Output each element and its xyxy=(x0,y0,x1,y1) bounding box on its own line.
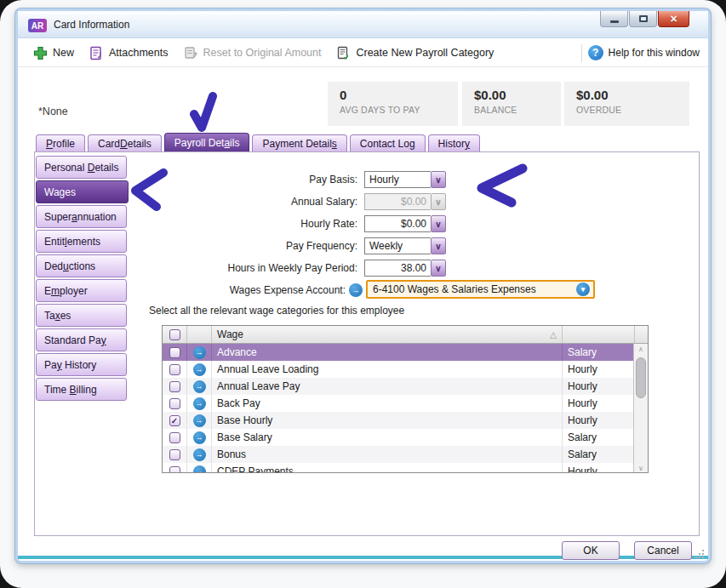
stat-label: AVG DAYS TO PAY xyxy=(340,105,458,115)
wage-type: Hourly xyxy=(563,395,635,412)
header-type-cell[interactable] xyxy=(563,326,635,343)
create-payroll-category-button[interactable]: Create New Payroll Category xyxy=(336,46,494,60)
table-row-advance[interactable]: → Advance Salary xyxy=(163,344,648,361)
wage-name[interactable]: Base Hourly xyxy=(212,412,563,429)
sidebar-item-employer-expenses[interactable]: Employer Expenses xyxy=(36,279,127,302)
wage-name[interactable]: Base Salary xyxy=(212,429,563,446)
scrollbar-thumb[interactable] xyxy=(636,357,646,398)
row-detail-arrow-icon[interactable]: → xyxy=(193,346,206,359)
table-row-annual-leave-loading[interactable]: → Annual Leave Loading Hourly xyxy=(163,361,648,378)
maximize-button[interactable] xyxy=(629,11,657,27)
tab-payment-details[interactable]: Payment Details xyxy=(252,134,346,152)
sidebar-item-entitlements[interactable]: Entitlements xyxy=(36,230,127,253)
sidebar-item-wages[interactable]: Wages xyxy=(36,180,129,203)
table-row-bonus[interactable]: → Bonus Salary xyxy=(163,446,648,463)
tab-contact-log[interactable]: Contact Log xyxy=(350,134,426,152)
chevron-down-icon[interactable]: ∨ xyxy=(431,237,446,254)
row-checkbox-checked[interactable]: ✓ xyxy=(169,415,180,426)
row-checkbox[interactable] xyxy=(169,449,180,460)
pay-basis-label: Pay Basis: xyxy=(136,171,357,188)
row-detail-arrow-icon[interactable]: → xyxy=(193,448,206,461)
account-select-chevron-icon[interactable]: ▾ xyxy=(576,283,590,296)
table-scrollbar[interactable]: ∧ ∨ xyxy=(633,344,648,473)
sidebar-item-taxes[interactable]: Taxes xyxy=(36,304,127,327)
pay-frequency-select[interactable]: Weekly ∨ xyxy=(364,237,446,254)
row-checkbox[interactable] xyxy=(169,432,180,443)
chevron-down-icon[interactable]: ∨ xyxy=(431,215,446,232)
stat-label: OVERDUE xyxy=(576,105,689,115)
tab-history[interactable]: History xyxy=(428,134,480,152)
minimize-button[interactable] xyxy=(600,11,628,27)
row-checkbox[interactable] xyxy=(169,398,180,409)
scroll-up-icon[interactable]: ∧ xyxy=(634,344,648,355)
row-checkbox[interactable] xyxy=(169,466,180,474)
wage-table-caption: Select all the relevant wage categories … xyxy=(149,305,404,317)
sidebar-item-superannuation[interactable]: Superannuation xyxy=(36,205,127,228)
header-checkbox-cell[interactable] xyxy=(163,326,187,343)
row-checkbox[interactable] xyxy=(169,347,180,358)
pay-basis-value[interactable]: Hourly xyxy=(364,171,431,188)
wage-name[interactable]: Back Pay xyxy=(212,395,563,412)
row-detail-arrow-icon[interactable]: → xyxy=(193,414,206,427)
row-checkbox[interactable] xyxy=(169,364,180,375)
table-row-cdep-payments[interactable]: → CDEP Payments Hourly xyxy=(163,463,648,473)
create-category-icon xyxy=(336,46,351,60)
wage-name[interactable]: Advance xyxy=(212,344,563,361)
close-button[interactable]: × xyxy=(658,11,689,27)
wages-expense-account-value[interactable]: 6-4100 Wages & Salaries Expenses xyxy=(373,283,576,295)
wage-name[interactable]: CDEP Payments xyxy=(212,463,563,473)
new-button[interactable]: New xyxy=(33,46,74,60)
table-row-annual-leave-pay[interactable]: → Annual Leave Pay Hourly xyxy=(163,378,648,395)
row-detail-arrow-icon[interactable]: → xyxy=(193,363,206,376)
sidebar-item-pay-history[interactable]: Pay History xyxy=(36,353,127,376)
pay-frequency-value[interactable]: Weekly xyxy=(364,237,431,254)
row-detail-arrow-icon[interactable]: → xyxy=(193,465,206,474)
hours-in-pay-period-select[interactable]: 38.00 ∨ xyxy=(364,260,446,277)
chevron-down-icon[interactable]: ∨ xyxy=(431,171,446,188)
cancel-button[interactable]: Cancel xyxy=(634,541,692,560)
row-checkbox[interactable] xyxy=(169,381,180,392)
row-detail-arrow-icon[interactable]: → xyxy=(193,380,206,393)
sidebar-item-standard-pay[interactable]: Standard Pay xyxy=(36,328,127,351)
row-detail-arrow-icon[interactable]: → xyxy=(193,397,206,410)
wage-name[interactable]: Annual Leave Pay xyxy=(212,378,563,395)
reset-original-amount-button[interactable]: Reset to Original Amount xyxy=(184,46,322,60)
scroll-down-icon[interactable]: ∨ xyxy=(634,463,648,473)
reset-icon xyxy=(184,46,198,60)
header-wage-cell[interactable]: Wage△ xyxy=(212,326,563,343)
stat-value: $0.00 xyxy=(576,88,689,102)
help-button[interactable]: ? Help for this window xyxy=(588,45,700,60)
wages-expense-account-field[interactable]: 6-4100 Wages & Salaries Expenses ▾ xyxy=(366,280,595,299)
stat-value: $0.00 xyxy=(474,88,561,102)
toolbar: New Attachments Reset to Original Amount… xyxy=(18,39,708,67)
tab-payroll-details[interactable]: Payroll Details xyxy=(164,133,250,152)
sidebar-item-deductions[interactable]: Deductions xyxy=(36,254,127,277)
wage-table-header: Wage△ xyxy=(163,326,648,344)
hourly-rate-value[interactable]: $0.00 xyxy=(364,215,431,232)
window-title: Card Information xyxy=(54,19,129,31)
wage-name[interactable]: Bonus xyxy=(212,446,563,463)
table-row-base-salary[interactable]: → Base Salary Salary xyxy=(163,429,648,446)
wage-type: Hourly xyxy=(563,463,635,473)
select-all-checkbox[interactable] xyxy=(169,329,180,340)
chevron-down-icon[interactable]: ∨ xyxy=(431,260,446,277)
attachments-button[interactable]: Attachments xyxy=(89,46,168,60)
tab-card-details[interactable]: Card Details xyxy=(88,134,162,152)
table-row-base-hourly[interactable]: ✓ → Base Hourly Hourly xyxy=(163,412,648,429)
tab-profile[interactable]: Profile xyxy=(36,134,85,152)
sidebar-item-time-billing[interactable]: Time Billing xyxy=(36,378,127,401)
wage-type: Salary xyxy=(563,429,635,446)
table-row-back-pay[interactable]: → Back Pay Hourly xyxy=(163,395,648,412)
hourly-rate-select[interactable]: $0.00 ∨ xyxy=(364,215,446,232)
resize-grip[interactable] xyxy=(694,548,704,558)
wage-name[interactable]: Annual Leave Loading xyxy=(212,361,563,378)
row-detail-arrow-icon[interactable]: → xyxy=(193,431,206,444)
ok-button[interactable]: OK xyxy=(562,541,620,560)
hours-in-pay-period-value[interactable]: 38.00 xyxy=(364,260,431,277)
pay-basis-select[interactable]: Hourly ∨ xyxy=(364,171,446,188)
toolbar-separator xyxy=(581,44,582,62)
create-payroll-category-label: Create New Payroll Category xyxy=(356,47,494,59)
open-account-arrow-icon[interactable]: → xyxy=(349,283,363,297)
sidebar-item-personal-details[interactable]: Personal Details xyxy=(36,156,127,179)
help-icon: ? xyxy=(588,45,603,60)
